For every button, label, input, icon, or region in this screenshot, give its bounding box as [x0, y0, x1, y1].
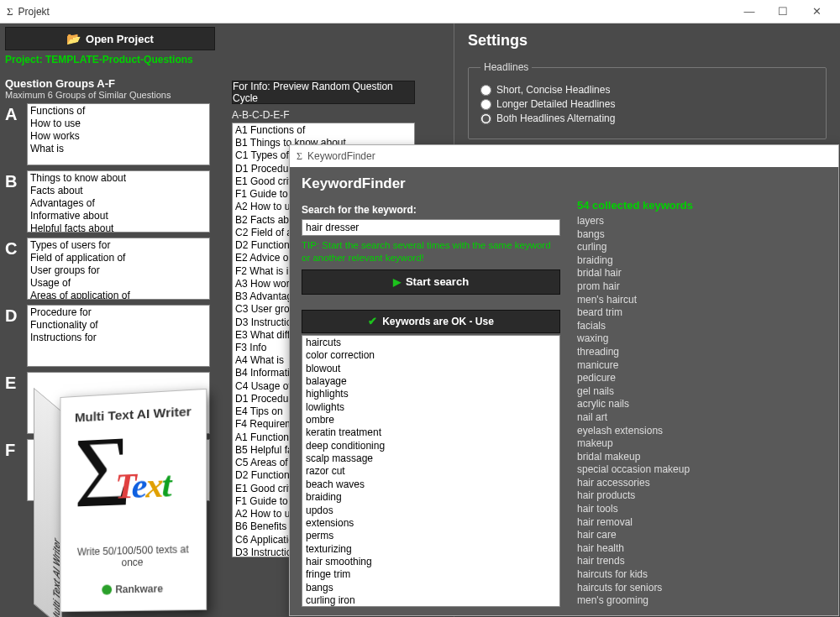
list-item[interactable]: special occasion makeup: [577, 463, 830, 477]
list-item[interactable]: User groups for: [30, 264, 207, 277]
headline-radio-label: Longer Detailed Headlines: [496, 98, 615, 110]
list-item[interactable]: layers: [577, 215, 830, 228]
group-list-D[interactable]: Procedure forFunctionality ofInstruction…: [27, 305, 210, 367]
list-item[interactable]: Usage of: [30, 277, 207, 290]
product-subtitle: Write 50/100/500 texts at once: [69, 543, 197, 570]
list-item[interactable]: hair care: [577, 529, 830, 542]
list-item[interactable]: acrylic nails: [577, 398, 830, 411]
list-item[interactable]: curling iron: [306, 594, 556, 607]
list-item[interactable]: manicure: [577, 359, 830, 373]
list-item[interactable]: beard trim: [577, 306, 830, 320]
group-list-B[interactable]: Things to know aboutFacts aboutAdvantage…: [27, 170, 210, 233]
keywordfinder-titlebar[interactable]: Σ KeywordFinder: [290, 145, 838, 167]
list-item[interactable]: hair removal: [577, 516, 830, 530]
list-item[interactable]: What is: [30, 143, 207, 155]
list-item[interactable]: gel nails: [577, 385, 830, 399]
list-item[interactable]: A1 Functions of: [235, 124, 412, 137]
list-item[interactable]: beach waves: [306, 478, 556, 491]
search-label: Search for the keyword:: [302, 204, 560, 216]
collected-keywords-list[interactable]: layersbangscurlingbraidingbridal hairpro…: [577, 215, 830, 607]
list-item[interactable]: Functions of: [30, 105, 207, 118]
headline-radio-1[interactable]: Longer Detailed Headlines: [480, 98, 814, 110]
list-item[interactable]: balayage: [306, 375, 556, 388]
list-item[interactable]: texturizing: [306, 543, 556, 556]
headline-radio-0[interactable]: Short, Concise Headlines: [480, 84, 814, 96]
headline-radio-2[interactable]: Both Headlines Alternating: [480, 112, 814, 124]
list-item[interactable]: Procedure for: [30, 306, 207, 319]
list-item[interactable]: keratin treatment: [306, 426, 556, 439]
list-item[interactable]: eyelash extensions: [577, 425, 830, 438]
window-title: Projekt: [18, 6, 732, 18]
group-list-F[interactable]: [27, 439, 210, 501]
list-item[interactable]: Informative about: [30, 210, 207, 222]
preview-cycle-button[interactable]: For Info: Preview Random Question Cycle: [232, 81, 415, 104]
found-keywords-listbox[interactable]: haircutscolor correctionblowoutbalayageh…: [302, 335, 560, 607]
list-item[interactable]: Functionality of: [30, 319, 207, 332]
list-item[interactable]: hair smoothing: [306, 556, 556, 568]
list-item[interactable]: nail art: [577, 411, 830, 425]
list-item[interactable]: How works: [30, 130, 207, 143]
group-letter-C: C: [5, 238, 27, 259]
keywords-ok-button[interactable]: ✔ Keywords are OK - Use: [302, 310, 560, 333]
headline-radio-input[interactable]: [480, 99, 491, 110]
headline-radio-input[interactable]: [480, 85, 491, 96]
list-item[interactable]: waxing: [577, 332, 830, 346]
list-item[interactable]: Areas of application of: [30, 290, 207, 300]
close-button[interactable]: ✕: [800, 0, 833, 24]
list-item[interactable]: ombre: [306, 414, 556, 426]
list-item[interactable]: razor cut: [306, 465, 556, 478]
list-item[interactable]: hair tools: [577, 503, 830, 516]
list-item[interactable]: men's grooming: [577, 594, 830, 607]
list-item[interactable]: makeup: [577, 437, 830, 451]
list-item[interactable]: highlights: [306, 388, 556, 400]
list-item[interactable]: pedicure: [577, 372, 830, 385]
list-item[interactable]: blowout: [306, 363, 556, 375]
list-item[interactable]: hair health: [577, 542, 830, 556]
keywordfinder-window-title: KeywordFinder: [307, 150, 375, 162]
list-item[interactable]: hair trends: [577, 555, 830, 568]
search-input[interactable]: [302, 219, 560, 236]
list-item[interactable]: scalp massage: [306, 452, 556, 465]
minimize-button[interactable]: ―: [732, 0, 766, 24]
list-item[interactable]: perms: [306, 530, 556, 542]
list-item[interactable]: How to use: [30, 118, 207, 130]
list-item[interactable]: hair accessories: [577, 477, 830, 490]
collected-count: 54 collected keywords: [577, 199, 830, 212]
list-item[interactable]: Types of users for: [30, 239, 207, 252]
list-item[interactable]: braiding: [306, 491, 556, 504]
group-list-C[interactable]: Types of users forField of application o…: [27, 238, 210, 300]
list-item[interactable]: bangs: [306, 582, 556, 594]
list-item[interactable]: extensions: [306, 517, 556, 530]
list-item[interactable]: braiding: [577, 254, 830, 268]
maximize-button[interactable]: ☐: [766, 0, 800, 24]
headline-radio-input[interactable]: [480, 113, 491, 124]
list-item[interactable]: hair products: [577, 489, 830, 503]
list-item[interactable]: fringe trim: [306, 568, 556, 581]
list-item[interactable]: Things to know about: [30, 172, 207, 185]
group-letter-E: E: [5, 372, 27, 393]
open-project-button[interactable]: 📂 Open Project: [5, 27, 215, 50]
list-item[interactable]: Field of application of: [30, 252, 207, 264]
list-item[interactable]: facials: [577, 320, 830, 333]
list-item[interactable]: Helpful facts about: [30, 222, 207, 233]
list-item[interactable]: deep conditioning: [306, 440, 556, 452]
list-item[interactable]: threading: [577, 346, 830, 359]
list-item[interactable]: haircuts for kids: [577, 568, 830, 582]
list-item[interactable]: Facts about: [30, 185, 207, 197]
list-item[interactable]: color correction: [306, 349, 556, 362]
list-item[interactable]: Advantages of: [30, 197, 207, 210]
list-item[interactable]: bangs: [577, 228, 830, 242]
list-item[interactable]: updos: [306, 505, 556, 517]
list-item[interactable]: haircuts for seniors: [577, 582, 830, 595]
group-list-E[interactable]: [27, 372, 210, 434]
list-item[interactable]: bridal makeup: [577, 451, 830, 464]
list-item[interactable]: men's haircut: [577, 294, 830, 307]
list-item[interactable]: lowlights: [306, 401, 556, 414]
start-search-button[interactable]: ▶ Start search: [302, 269, 560, 295]
list-item[interactable]: haircuts: [306, 337, 556, 349]
list-item[interactable]: curling: [577, 241, 830, 254]
group-list-A[interactable]: Functions ofHow to useHow worksWhat is: [27, 103, 210, 165]
list-item[interactable]: Instructions for: [30, 332, 207, 344]
list-item[interactable]: prom hair: [577, 280, 830, 294]
list-item[interactable]: bridal hair: [577, 267, 830, 280]
